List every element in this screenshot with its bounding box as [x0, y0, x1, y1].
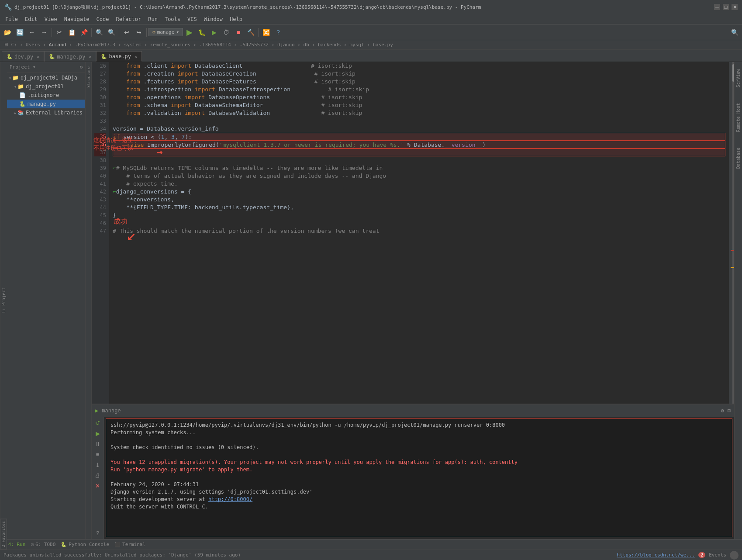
toolbar-find-btn[interactable]: 🔍	[93, 27, 105, 38]
tree-expand-ext: ▸	[14, 111, 17, 115]
project-panel-settings[interactable]: ⚙	[79, 64, 83, 70]
tree-item-gitignore[interactable]: 📄 .gitignore	[7, 91, 85, 100]
step-button[interactable]: ≡	[93, 450, 102, 459]
menu-view[interactable]: View	[41, 15, 61, 23]
toolbar-sep2	[91, 28, 92, 37]
menu-tools[interactable]: Tools	[161, 15, 184, 23]
menu-window[interactable]: Window	[200, 15, 226, 23]
tab-manage-label: manage.py	[57, 54, 85, 60]
scroll-to-end-btn[interactable]: ⤓	[93, 460, 102, 469]
toolbar-copy-btn[interactable]: 📋	[66, 27, 77, 38]
tab-manage-py[interactable]: 🐍 manage.py ✕	[44, 51, 96, 62]
todo-tab[interactable]: ☑ 6: TODO	[31, 542, 55, 547]
toolbar-replace-btn[interactable]: 🔍	[106, 27, 117, 38]
tab-dev-py[interactable]: 🐍 dev.py ✕	[2, 51, 44, 62]
code-line-29: from .introspection import DatabaseIntro…	[113, 86, 725, 93]
warning-indicator	[731, 267, 734, 268]
menu-vcs[interactable]: VCS	[184, 15, 200, 23]
vcs-button[interactable]: 🔀	[260, 27, 272, 38]
terminal-tab[interactable]: ⬛ Terminal	[114, 542, 145, 547]
run-help-btn[interactable]: ?	[93, 529, 102, 537]
run-config-selector[interactable]: ⚙ manage ▾	[148, 28, 183, 36]
tree-item-external-libs[interactable]: ▸ 📚 External Libraries	[7, 108, 85, 117]
server-link[interactable]: http://0:8000/	[208, 496, 252, 502]
toolbar-forward-btn[interactable]: →	[38, 27, 50, 38]
profile-button[interactable]: ⏱	[221, 27, 232, 38]
toolbar-undo-btn[interactable]: ↩	[121, 27, 132, 38]
tree-item-root[interactable]: ▾ 📁 dj_project01 DADja	[7, 73, 85, 82]
toolbar-project-btn[interactable]: 📂	[2, 27, 13, 38]
pause-button[interactable]: ⏸	[93, 439, 102, 448]
tab-base-py[interactable]: 🐍 base.py ✕	[96, 51, 142, 62]
menu-help[interactable]: Help	[226, 15, 246, 23]
run-button[interactable]: ▶	[184, 27, 195, 38]
run-panel-layout-icon[interactable]: ⊟	[728, 408, 731, 414]
line-num-40: 40	[94, 172, 106, 180]
line-num-31: 31	[94, 101, 106, 109]
minimize-button[interactable]: ─	[714, 4, 720, 10]
line-num-47: 47	[94, 227, 106, 235]
main-window: 🔧 dj_project01 [D:\Django项目\dj_project01…	[0, 0, 742, 560]
run-config-icon: ⚙	[152, 29, 155, 35]
line-num-28: 28	[94, 78, 106, 86]
coverage-button[interactable]: ▶	[208, 27, 220, 38]
toolbar-cut-btn[interactable]: ✂	[54, 27, 65, 38]
tree-project-label: dj_project01	[26, 83, 64, 90]
maximize-button[interactable]: □	[723, 4, 729, 10]
line-num-46: 46	[94, 219, 106, 227]
debug-button[interactable]: 🐛	[196, 27, 207, 38]
tab-manage-close[interactable]: ✕	[89, 54, 91, 59]
rerun-button[interactable]: ↺	[93, 418, 102, 427]
scm-tab[interactable]: ScrView	[735, 66, 742, 91]
close-button[interactable]: ✕	[732, 4, 738, 10]
tree-expand-project: ▾	[14, 84, 17, 89]
menu-file[interactable]: File	[2, 15, 21, 23]
editor-scrollbar[interactable]	[729, 62, 734, 404]
code-line-35: if version < (1, 3, 7):	[113, 133, 725, 141]
tab-dev-close[interactable]: ✕	[37, 54, 39, 59]
line-num-38: 38	[94, 156, 106, 164]
project-panel-label[interactable]: 1: Project	[0, 62, 7, 539]
scrollbar-thumb[interactable]	[732, 64, 734, 82]
kill-process-btn[interactable]: ✕	[93, 481, 102, 490]
menu-code[interactable]: Code	[93, 15, 113, 23]
status-bar-right: https://blog.csdn.net/we... 2 Events	[617, 551, 739, 560]
toolbar-back-btn[interactable]: ←	[26, 27, 38, 38]
tree-item-project[interactable]: ▾ 📁 dj_project01	[7, 82, 85, 91]
status-url[interactable]: https://blog.csdn.net/we...	[617, 552, 695, 558]
help-button[interactable]: ?	[273, 27, 284, 38]
tree-ext-libs-label: External Libraries	[26, 110, 83, 116]
run-stop-button[interactable]: ▶	[93, 429, 102, 438]
toolbar-sync-btn[interactable]: 🔄	[14, 27, 25, 38]
tab-base-label: base.py	[109, 53, 131, 59]
tree-item-manage-py[interactable]: 🐍 manage.py	[7, 100, 85, 108]
structure-label[interactable]: Structure	[86, 66, 91, 88]
build-button[interactable]: 🔨	[245, 27, 256, 38]
run-panel-settings-icon[interactable]: ⚙	[721, 408, 724, 414]
code-line-42: ⌐django_conversions = {	[113, 188, 725, 196]
toolbar-redo-btn[interactable]: ↪	[133, 27, 145, 38]
search-everywhere-btn[interactable]: 🔍	[729, 27, 740, 38]
run-panel-tab-label[interactable]: manage	[102, 408, 121, 414]
tab-bar: 🐍 dev.py ✕ 🐍 manage.py ✕ 🐍 base.py ✕	[0, 50, 742, 62]
python-console-tab[interactable]: 🐍 Python Console	[61, 542, 109, 547]
code-line-32: from .validation import DatabaseValidati…	[113, 109, 725, 117]
toolbar-paste-btn[interactable]: 📌	[78, 27, 90, 38]
favorites-panel[interactable]: 2 Favorites	[0, 519, 7, 550]
menu-refactor[interactable]: Refactor	[112, 15, 145, 23]
favorites-label: 2 Favorites	[1, 521, 6, 547]
tab-base-close[interactable]: ✕	[135, 54, 137, 59]
menu-navigate[interactable]: Navigate	[61, 15, 93, 23]
menu-edit[interactable]: Edit	[21, 15, 41, 23]
line-num-37: 37	[94, 149, 106, 156]
print-button[interactable]: 🖨	[93, 471, 102, 480]
code-editor[interactable]: 26 27 28 29 30 31 32 33 34 35 36 37 38 3…	[92, 62, 734, 404]
remote-host-tab[interactable]: Remote Host	[735, 100, 742, 135]
code-line-40: # terms of actual behavior as they are s…	[113, 172, 725, 180]
events-badge[interactable]: 2	[698, 552, 705, 558]
menu-run[interactable]: Run	[145, 15, 161, 23]
title-bar-controls[interactable]: ─ □ ✕	[714, 4, 738, 10]
database-tab[interactable]: Database	[735, 144, 742, 172]
tree-expand-root: ▾	[9, 76, 11, 80]
stop-button[interactable]: ■	[233, 27, 244, 38]
